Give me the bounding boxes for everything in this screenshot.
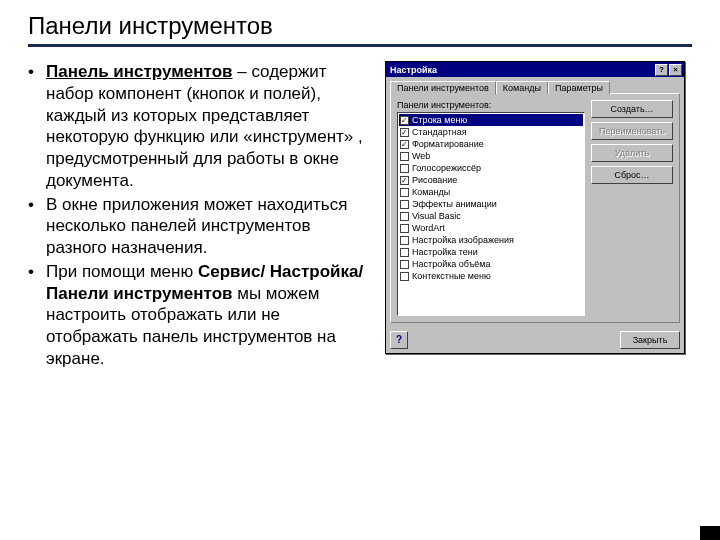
checkbox-icon[interactable] xyxy=(400,152,409,161)
checkbox-icon[interactable] xyxy=(400,224,409,233)
list-item[interactable]: ✓Строка меню xyxy=(399,114,583,126)
list-item[interactable]: ✓Рисование xyxy=(399,174,583,186)
settings-dialog: Настройка ? × Панели инструментов Команд… xyxy=(385,61,685,354)
list-item-label: Команды xyxy=(412,187,450,197)
bullet-3: При помощи меню Сервис/ Настройка/Панели… xyxy=(28,261,368,370)
list-item-label: WordArt xyxy=(412,223,445,233)
bullet-1-text: – содержит набор компонент (кнопок и пол… xyxy=(46,62,363,190)
tab-commands[interactable]: Команды xyxy=(496,81,548,94)
list-item-label: Стандартная xyxy=(412,127,467,137)
bullet-3-before: При помощи меню xyxy=(46,262,198,281)
dialog-title: Настройка xyxy=(390,65,437,75)
checkbox-icon[interactable] xyxy=(400,248,409,257)
list-item[interactable]: ✓Форматирование xyxy=(399,138,583,150)
slide-title: Панели инструментов xyxy=(28,12,692,40)
checkbox-icon[interactable]: ✓ xyxy=(400,176,409,185)
page-marker xyxy=(700,526,720,540)
list-item-label: Настройка тени xyxy=(412,247,478,257)
bullet-1-term: Панель инструментов xyxy=(46,62,233,81)
list-item-label: Эффекты анимации xyxy=(412,199,497,209)
list-item[interactable]: Настройка изображения xyxy=(399,234,583,246)
rename-button[interactable]: Переименовать xyxy=(591,122,673,140)
list-item-label: Строка меню xyxy=(412,115,467,125)
close-button[interactable]: Закрыть xyxy=(620,331,680,349)
reset-button[interactable]: Сброс… xyxy=(591,166,673,184)
list-item-label: Настройка объёма xyxy=(412,259,491,269)
checkbox-icon[interactable] xyxy=(400,188,409,197)
list-item[interactable]: Голосорежиссёр xyxy=(399,162,583,174)
title-rule xyxy=(28,44,692,47)
checkbox-icon[interactable]: ✓ xyxy=(400,116,409,125)
checkbox-icon[interactable] xyxy=(400,272,409,281)
list-item[interactable]: Настройка объёма xyxy=(399,258,583,270)
checkbox-icon[interactable]: ✓ xyxy=(400,128,409,137)
list-item[interactable]: ✓Стандартная xyxy=(399,126,583,138)
list-item[interactable]: Web xyxy=(399,150,583,162)
list-item-label: Visual Basic xyxy=(412,211,461,221)
list-item-label: Контекстные меню xyxy=(412,271,491,281)
checkbox-icon[interactable] xyxy=(400,212,409,221)
footer-help-button[interactable]: ? xyxy=(390,331,408,349)
list-item-label: Форматирование xyxy=(412,139,484,149)
tab-options[interactable]: Параметры xyxy=(548,81,610,94)
list-item[interactable]: Команды xyxy=(399,186,583,198)
checkbox-icon[interactable] xyxy=(400,236,409,245)
checkbox-icon[interactable]: ✓ xyxy=(400,140,409,149)
list-item-label: Голосорежиссёр xyxy=(412,163,481,173)
text-column: Панель инструментов – содержит набор ком… xyxy=(28,61,368,372)
checkbox-icon[interactable] xyxy=(400,200,409,209)
list-item-label: Web xyxy=(412,151,430,161)
checkbox-icon[interactable] xyxy=(400,164,409,173)
bullet-2: В окне приложения может находиться неско… xyxy=(28,194,368,259)
list-item-label: Настройка изображения xyxy=(412,235,514,245)
list-item[interactable]: Эффекты анимации xyxy=(399,198,583,210)
titlebar-close-button[interactable]: × xyxy=(669,64,682,76)
checkbox-icon[interactable] xyxy=(400,260,409,269)
list-label: Панели инструментов: xyxy=(397,100,585,110)
list-item[interactable]: Visual Basic xyxy=(399,210,583,222)
create-button[interactable]: Создать… xyxy=(591,100,673,118)
delete-button[interactable]: Удалить xyxy=(591,144,673,162)
bullet-1: Панель инструментов – содержит набор ком… xyxy=(28,61,368,192)
titlebar-help-button[interactable]: ? xyxy=(655,64,668,76)
bullet-2-text: В окне приложения может находиться неско… xyxy=(46,195,347,258)
list-item[interactable]: Настройка тени xyxy=(399,246,583,258)
tab-toolbars[interactable]: Панели инструментов xyxy=(390,81,496,95)
list-item[interactable]: WordArt xyxy=(399,222,583,234)
toolbars-listbox[interactable]: ✓Строка меню✓Стандартная✓ФорматированиеW… xyxy=(397,112,585,316)
dialog-titlebar[interactable]: Настройка ? × xyxy=(386,62,684,77)
list-item-label: Рисование xyxy=(412,175,457,185)
list-item[interactable]: Контекстные меню xyxy=(399,270,583,282)
